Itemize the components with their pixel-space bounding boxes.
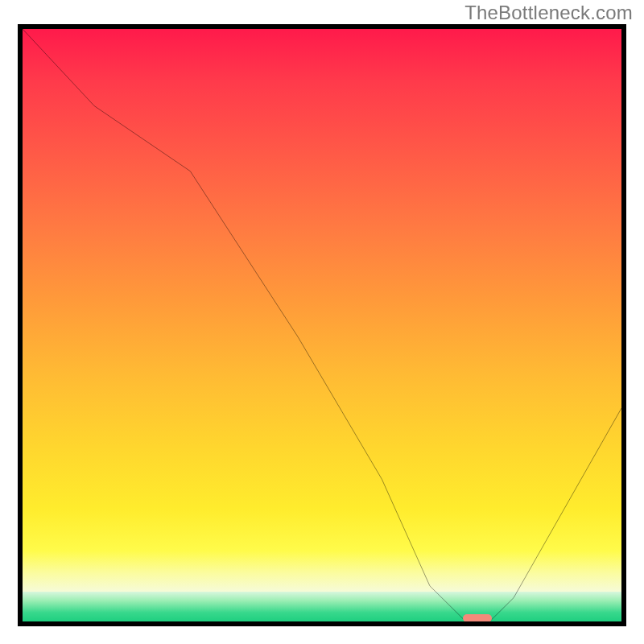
watermark-label: TheBottleneck.com xyxy=(464,2,633,24)
bottleneck-curve xyxy=(23,29,621,621)
plot-area xyxy=(18,24,626,626)
optimal-marker xyxy=(463,614,492,622)
chart-container: TheBottleneck.com xyxy=(0,0,644,644)
